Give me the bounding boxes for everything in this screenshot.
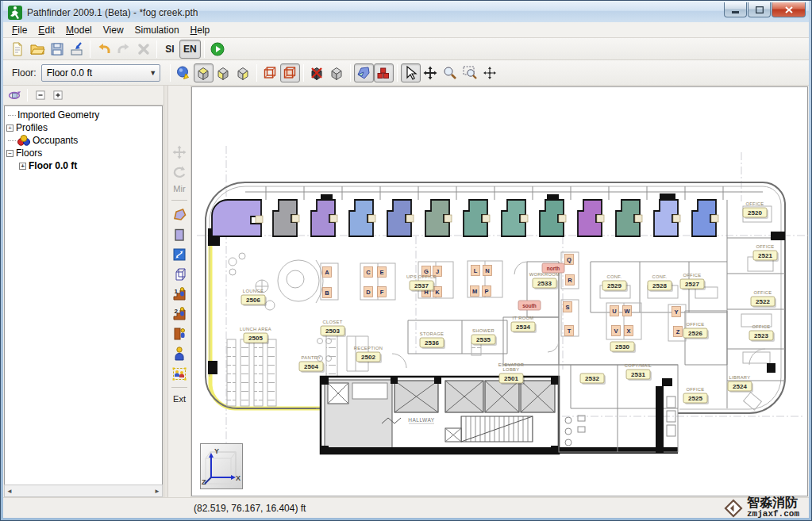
titlebar[interactable]: Pathfinder 2009.1 (Beta) - *fog creek.pt… xyxy=(3,1,809,22)
tree-item-floors[interactable]: −Floors xyxy=(5,147,162,159)
new-file-button[interactable] xyxy=(7,40,27,59)
menu-file[interactable]: File xyxy=(6,23,33,37)
office-room[interactable] xyxy=(654,200,680,236)
office-room[interactable] xyxy=(212,200,263,236)
maximize-button[interactable] xyxy=(748,2,771,17)
door-tool-button[interactable] xyxy=(170,324,189,343)
collapse-icon[interactable]: − xyxy=(6,150,13,157)
select-tool-button[interactable] xyxy=(401,63,421,82)
wireframe-shaded-button[interactable] xyxy=(280,63,300,82)
show-object-button[interactable] xyxy=(327,63,347,82)
menu-edit[interactable]: Edit xyxy=(33,23,60,37)
desk-label-M[interactable]: M xyxy=(471,286,479,297)
hallway-label: HALLWAY xyxy=(408,417,435,423)
close-button[interactable] xyxy=(772,2,806,17)
import-model-button[interactable] xyxy=(67,40,87,59)
desk-label-Y[interactable]: Y xyxy=(672,307,681,317)
menu-model[interactable]: Model xyxy=(60,23,98,37)
office-room[interactable] xyxy=(464,200,490,236)
wireframe-button[interactable] xyxy=(260,63,280,82)
rotate-tool-button[interactable] xyxy=(170,163,189,181)
show-occupants-button[interactable] xyxy=(374,63,394,82)
en-units-button[interactable]: EN xyxy=(179,40,201,59)
toolbar-separator xyxy=(350,64,351,82)
office-room[interactable] xyxy=(616,200,642,236)
stairs-one-tool-button[interactable]: 1 xyxy=(170,285,189,303)
tree-item-profiles[interactable]: +Profiles xyxy=(5,121,162,134)
view-side-button[interactable] xyxy=(233,63,253,82)
desk-label-F[interactable]: F xyxy=(378,287,387,297)
tree-item-occupants[interactable]: Occupants xyxy=(5,134,162,147)
desk-label-U[interactable]: U xyxy=(610,306,619,316)
spin-button[interactable] xyxy=(6,87,22,103)
show-geometry-button[interactable] xyxy=(354,63,374,82)
stairs-two-tool-button[interactable]: 2 xyxy=(170,305,189,323)
desk-label-E[interactable]: E xyxy=(378,267,387,278)
run-simulation-button[interactable] xyxy=(208,40,228,59)
mir-tool-button[interactable]: Mir xyxy=(173,182,185,195)
delete-button[interactable] xyxy=(133,40,153,59)
office-room[interactable] xyxy=(311,200,337,236)
scroll-right-arrow-icon[interactable]: ► xyxy=(154,488,160,495)
edge-tool-button[interactable] xyxy=(170,245,189,263)
redo-button[interactable] xyxy=(114,40,133,59)
desk-label-D[interactable]: D xyxy=(364,287,373,297)
drawing-canvas[interactable]: ABCEDFGJHKLNMPQRSTUWVXYZ northsouthHALLW… xyxy=(191,86,808,496)
zoom-point-tool-button[interactable] xyxy=(480,63,500,82)
menu-view[interactable]: View xyxy=(98,23,129,37)
ext-tool-button[interactable]: Ext xyxy=(173,393,186,405)
office-room[interactable] xyxy=(502,200,528,236)
collapse-all-button[interactable] xyxy=(33,87,48,103)
menu-help[interactable]: Help xyxy=(185,23,216,37)
office-room[interactable] xyxy=(273,200,299,236)
minimize-button[interactable] xyxy=(724,2,747,17)
tree-item-floor-0-0-ft[interactable]: +Floor 0.0 ft xyxy=(5,159,162,172)
tree-item-imported-geometry[interactable]: Imported Geometry xyxy=(5,109,162,121)
polygon-tool-button[interactable] xyxy=(170,205,189,224)
extrude-tool-button[interactable] xyxy=(170,265,189,283)
desk-label-Q[interactable]: Q xyxy=(565,255,574,265)
desk-label-P[interactable]: P xyxy=(483,286,491,297)
floor-select[interactable]: Floor 0.0 ft ▼ xyxy=(41,64,160,82)
desk-label-C[interactable]: C xyxy=(364,267,373,278)
office-room[interactable] xyxy=(425,200,452,236)
office-room[interactable] xyxy=(349,200,375,236)
office-room[interactable] xyxy=(578,200,604,236)
si-units-button[interactable]: SI xyxy=(160,40,179,59)
view-front-button[interactable] xyxy=(214,63,233,82)
zoom-tool-button[interactable] xyxy=(441,63,460,82)
office-room[interactable] xyxy=(540,200,566,236)
expand-icon[interactable]: + xyxy=(6,125,13,132)
rectangle-tool-button[interactable] xyxy=(170,225,189,243)
desk-label-T[interactable]: T xyxy=(565,326,574,336)
desk-label-V[interactable]: V xyxy=(612,326,621,336)
occupant-group-tool-button[interactable] xyxy=(170,364,189,382)
reset-camera-button[interactable] xyxy=(174,63,194,82)
desk-label-S[interactable]: S xyxy=(564,302,572,312)
show-occupants-icon xyxy=(375,65,391,81)
menu-simulation[interactable]: Simulation xyxy=(129,23,185,37)
office-room[interactable] xyxy=(387,200,414,236)
expand-icon[interactable]: + xyxy=(19,163,26,170)
scroll-left-arrow-icon[interactable]: ◄ xyxy=(6,488,13,495)
pan-tool-button[interactable] xyxy=(421,63,441,82)
save-file-button[interactable] xyxy=(47,40,67,59)
desk-label-X[interactable]: X xyxy=(625,326,633,336)
undo-button[interactable] xyxy=(94,40,114,59)
desk-label-Z[interactable]: Z xyxy=(674,327,683,337)
tree-horizontal-scrollbar[interactable]: ◄ ► xyxy=(4,485,163,497)
desk-label-L[interactable]: L xyxy=(471,266,480,276)
desk-label-W[interactable]: W xyxy=(623,306,632,316)
occupant-tool-button[interactable] xyxy=(170,344,189,362)
office-room[interactable] xyxy=(692,200,718,236)
desk-label-A[interactable]: A xyxy=(323,267,332,278)
desk-label-N[interactable]: N xyxy=(483,266,492,276)
desk-label-B[interactable]: B xyxy=(323,288,332,298)
move-tool-button[interactable] xyxy=(170,143,189,161)
view-top-button[interactable] xyxy=(194,63,214,82)
expand-all-button[interactable] xyxy=(50,87,66,103)
open-file-button[interactable] xyxy=(27,40,47,59)
hide-object-button[interactable] xyxy=(307,63,327,82)
desk-label-R[interactable]: R xyxy=(566,275,575,285)
zoom-rect-tool-button[interactable] xyxy=(460,63,480,82)
